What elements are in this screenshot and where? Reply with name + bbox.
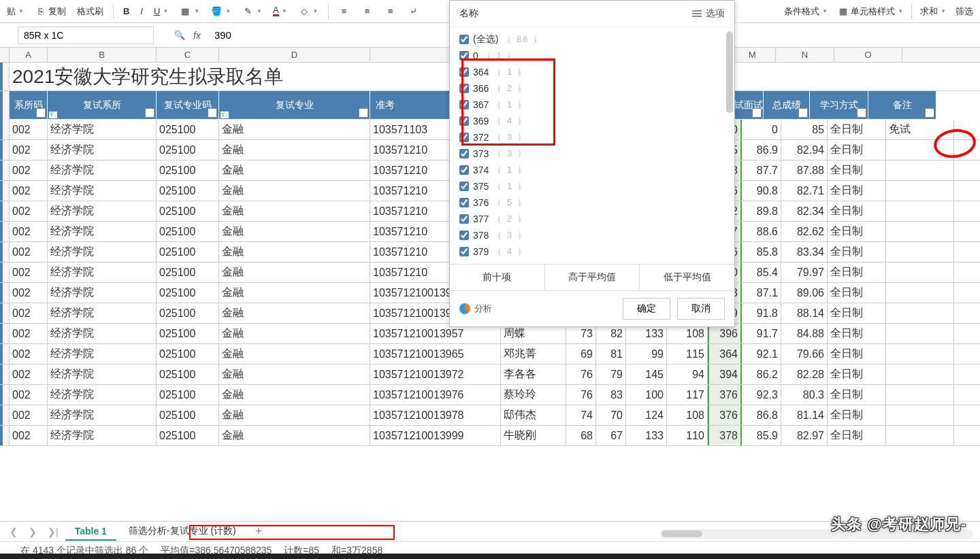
hamburger-icon — [692, 10, 702, 17]
border-button[interactable]: ▦▼ — [175, 3, 203, 20]
filter-checkbox[interactable] — [459, 133, 469, 142]
header-exam-no[interactable]: 准考 — [370, 91, 451, 120]
header-remark[interactable]: 备注▾ — [868, 91, 936, 120]
filter-dropdown-icon[interactable]: ▾ — [36, 108, 46, 118]
eraser-button[interactable]: ◇▼ — [294, 3, 323, 20]
table-row[interactable]: 002 经济学院 025100 金融 103571210013999 牛晓刚 6… — [0, 426, 980, 446]
ok-button[interactable]: 确定 — [623, 298, 670, 320]
filter-checkbox[interactable] — [459, 198, 469, 207]
filter-dropdown-icon[interactable]: ▾ — [359, 108, 368, 118]
cancel-button[interactable]: 取消 — [677, 298, 725, 320]
add-sheet-button[interactable]: + — [248, 524, 270, 539]
fill-color-button[interactable]: 🪣▼ — [206, 3, 235, 20]
cell-reference-input[interactable] — [18, 27, 154, 44]
filter-checkbox-item[interactable]: 375 （ 1 ） — [450, 178, 734, 194]
sheet-tab[interactable]: Table 1 — [65, 523, 116, 541]
filter-checkbox-item[interactable]: 369 （ 4 ） — [450, 113, 734, 129]
align-right-button[interactable]: ≡ — [380, 3, 401, 20]
col-header[interactable]: C — [157, 48, 219, 62]
sum-button[interactable]: 求和▼ — [916, 3, 950, 20]
col-header[interactable]: M — [730, 48, 776, 62]
cell-style-button[interactable]: ▦单元格样式▼ — [833, 3, 907, 20]
italic-button[interactable]: I — [136, 4, 147, 18]
filter-checkbox-item[interactable]: 378 （ 3 ） — [450, 227, 734, 243]
sheet-nav-last[interactable]: ❯| — [44, 526, 63, 537]
filter-title: 名称 — [459, 7, 478, 20]
filter-checkbox-item[interactable]: 366 （ 2 ） — [450, 80, 734, 97]
filter-checkbox[interactable] — [459, 231, 469, 240]
align-right-icon: ≡ — [385, 5, 397, 18]
align-center-button[interactable]: ≡ — [357, 3, 378, 20]
filter-checkbox-item[interactable]: 377 （ 2 ） — [450, 211, 734, 227]
col-header[interactable]: O — [834, 48, 902, 62]
filter-checkbox-item[interactable]: 379 （ 4 ） — [450, 243, 734, 260]
table-row[interactable]: 002 经济学院 025100 金融 103571210013976 蔡玲玲 7… — [0, 385, 980, 405]
table-row[interactable]: 002 经济学院 025100 金融 103571210013978 邸伟杰 7… — [0, 405, 980, 426]
filter-checkbox[interactable] — [459, 214, 469, 224]
filter-checkbox[interactable] — [459, 247, 469, 256]
format-painter-button[interactable]: 格式刷 — [73, 3, 108, 20]
filter-checkbox-item[interactable]: 374 （ 1 ） — [450, 162, 734, 178]
header-major[interactable]: 复试专业T↓▾ — [219, 91, 370, 120]
filter-tab-above-avg[interactable]: 高于平均值 — [545, 265, 640, 290]
table-icon: ▦ — [837, 5, 849, 18]
filter-checkbox[interactable] — [459, 165, 469, 175]
col-header[interactable]: B — [48, 48, 157, 62]
filter-checkbox-item[interactable]: 372 （ 3 ） — [450, 129, 734, 146]
filter-checkbox[interactable] — [459, 67, 469, 77]
header-dept[interactable]: 复试系所T↓▾ — [48, 91, 157, 120]
col-header[interactable]: D — [219, 48, 370, 62]
filter-checkbox[interactable] — [459, 51, 469, 61]
filter-dropdown-icon[interactable]: ▾ — [208, 108, 217, 118]
wrap-button[interactable]: ⤶ — [404, 3, 424, 20]
filter-checkbox[interactable] — [459, 182, 469, 191]
filter-checkbox[interactable] — [459, 116, 469, 126]
filter-dropdown-icon[interactable]: ▾ — [752, 108, 762, 118]
filter-checkbox-item[interactable]: 364 （ 1 ） — [450, 64, 734, 80]
filter-tab-below-avg[interactable]: 低于平均值 — [640, 265, 734, 290]
filter-checkbox-item[interactable]: 0 （ 1 ） — [450, 48, 734, 64]
bold-button[interactable]: B — [119, 4, 133, 18]
filter-checkbox[interactable] — [459, 149, 469, 158]
table-row[interactable]: 002 经济学院 025100 金融 103571210013965 邓兆菁 6… — [0, 344, 980, 365]
sheet-nav-prev[interactable]: ❯ — [24, 526, 41, 537]
align-left-button[interactable]: ≡ — [334, 3, 355, 20]
fx-icon[interactable]: fx — [193, 30, 201, 41]
paste-button[interactable]: 贴▼ — [3, 3, 28, 20]
sheet-nav-first[interactable]: ❮ — [5, 526, 22, 537]
filter-dropdown-icon[interactable]: ▾ — [798, 108, 808, 118]
filter-checkbox[interactable] — [459, 35, 469, 44]
header-major-code[interactable]: 复试专业码▾ — [157, 91, 219, 120]
filter-checkbox-item[interactable]: (全选) （ 86 ） — [450, 31, 734, 48]
highlight-button[interactable]: ✎▼ — [238, 3, 266, 20]
col-header[interactable]: A — [10, 48, 48, 62]
border-icon: ▦ — [179, 5, 191, 18]
filter-checkbox-item[interactable]: 367 （ 1 ） — [450, 97, 734, 113]
filter-checkbox[interactable] — [459, 100, 469, 109]
filter-dropdown-icon[interactable]: ▾ — [925, 108, 934, 118]
filter-dropdown-icon[interactable]: ▾ — [145, 108, 154, 118]
font-color-button[interactable]: A▼ — [269, 4, 291, 18]
analysis-button[interactable]: 分析 — [459, 303, 492, 315]
filter-dropdown-icon[interactable]: ▾ — [857, 108, 866, 118]
sheet-tab[interactable]: 筛选分析-复试专业 (计数) — [119, 522, 246, 541]
filter-tab-top10[interactable]: 前十项 — [450, 265, 545, 290]
header-dept-code[interactable]: 系所码▾ — [10, 91, 48, 120]
copy-button[interactable]: ⎘复制 — [31, 3, 70, 20]
align-center-icon: ≡ — [361, 5, 374, 18]
header-total[interactable]: 总成绩▾ — [764, 91, 810, 120]
filter-list[interactable]: (全选) （ 86 ） 0 （ 1 ） 364 （ 1 ） 366 （ 2 ） … — [450, 27, 734, 264]
filter-checkbox-item[interactable]: 376 （ 5 ） — [450, 194, 734, 211]
header-study-mode[interactable]: 学习方式▾ — [810, 91, 868, 120]
filter-checkbox-item[interactable]: 373 （ 3 ） — [450, 146, 734, 162]
filter-button[interactable]: 筛选 — [951, 3, 977, 20]
scrollbar-thumb[interactable] — [726, 31, 733, 113]
taskbar — [0, 554, 980, 559]
col-header[interactable]: N — [776, 48, 834, 62]
filter-options-button[interactable]: 选项 — [692, 7, 725, 20]
conditional-format-button[interactable]: 条件格式▼ — [780, 3, 832, 20]
search-icon[interactable]: 🔍 — [174, 30, 185, 41]
underline-button[interactable]: U▼ — [150, 4, 172, 18]
filter-checkbox[interactable] — [459, 84, 469, 93]
table-row[interactable]: 002 经济学院 025100 金融 103571210013972 李各各 7… — [0, 365, 980, 385]
